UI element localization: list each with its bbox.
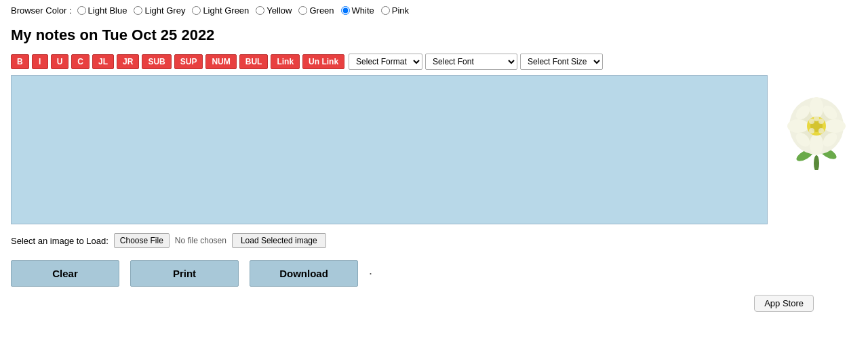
toolbar: BIUCJLJRSUBSUPNUMBULLinkUn Link Select F…	[0, 51, 868, 75]
flower-image-container	[776, 75, 857, 170]
toolbar-select-font-size[interactable]: Select Font Size810121416182436	[520, 54, 603, 70]
color-radio-white[interactable]	[341, 6, 350, 15]
svg-point-19	[818, 128, 824, 134]
clear-button[interactable]: Clear	[11, 260, 119, 287]
color-option-yellow[interactable]: Yellow	[256, 5, 292, 16]
appstore-area: App Store	[0, 295, 868, 317]
toolbar-btn-justify-left[interactable]: JL	[92, 54, 114, 69]
toolbar-btn-superscript[interactable]: SUP	[174, 54, 203, 69]
flower-icon	[779, 89, 854, 170]
color-label-green: Green	[309, 5, 334, 16]
svg-point-15	[809, 119, 814, 124]
svg-point-8	[824, 119, 846, 133]
color-radio-light-grey[interactable]	[134, 6, 142, 15]
color-radio-green[interactable]	[298, 6, 307, 15]
toolbar-select-font[interactable]: Select FontArialTimes New RomanCourier	[425, 54, 517, 70]
dot-separator: ·	[369, 266, 372, 281]
browser-color-bar: Browser Color : Light BlueLight GreyLigh…	[0, 0, 868, 21]
color-option-light-blue[interactable]: Light Blue	[77, 5, 127, 16]
svg-point-18	[809, 128, 814, 134]
color-option-green[interactable]: Green	[298, 5, 334, 16]
image-select-row: Select an image to Load: Choose File No …	[0, 226, 868, 252]
color-option-pink[interactable]: Pink	[381, 5, 409, 16]
choose-file-button[interactable]: Choose File	[114, 233, 170, 248]
svg-point-16	[818, 119, 824, 124]
color-radio-light-blue[interactable]	[77, 6, 86, 15]
color-option-light-grey[interactable]: Light Grey	[134, 5, 185, 16]
color-label-light-grey: Light Grey	[144, 5, 185, 16]
svg-point-0	[814, 155, 819, 170]
svg-point-6	[810, 134, 823, 155]
image-select-label: Select an image to Load:	[11, 236, 108, 246]
no-file-text: No file chosen	[175, 236, 226, 245]
color-label-pink: Pink	[392, 5, 409, 16]
app-store-button[interactable]: App Store	[754, 295, 814, 312]
toolbar-select-format[interactable]: Select FormatHeading 1Heading 2Paragraph	[349, 54, 422, 70]
toolbar-btn-numbered[interactable]: NUM	[205, 54, 236, 69]
action-buttons: Clear Print Download ·	[0, 252, 868, 295]
color-label-light-blue: Light Blue	[88, 5, 127, 16]
color-option-light-green[interactable]: Light Green	[192, 5, 249, 16]
toolbar-btn-unlink[interactable]: Un Link	[302, 54, 344, 69]
toolbar-btn-subscript[interactable]: SUB	[142, 54, 171, 69]
load-image-button[interactable]: Load Selected image	[232, 233, 326, 248]
toolbar-btn-center[interactable]: C	[71, 54, 90, 69]
notes-editor[interactable]	[11, 75, 768, 224]
page-title: My notes on Tue Oct 25 2022	[0, 21, 868, 51]
color-option-white[interactable]: White	[341, 5, 374, 16]
svg-point-5	[810, 97, 823, 119]
color-label-yellow: Yellow	[267, 5, 292, 16]
color-label-light-green: Light Green	[203, 5, 249, 16]
svg-point-17	[814, 116, 819, 121]
content-area	[0, 75, 868, 226]
color-radio-pink[interactable]	[381, 6, 390, 15]
color-radio-light-green[interactable]	[192, 6, 201, 15]
svg-point-7	[787, 119, 809, 133]
toolbar-btn-bold[interactable]: B	[11, 54, 29, 69]
color-label-white: White	[352, 5, 374, 16]
toolbar-btn-italic[interactable]: I	[32, 54, 48, 69]
toolbar-btn-link[interactable]: Link	[271, 54, 300, 69]
browser-color-label: Browser Color :	[11, 5, 72, 16]
color-radio-yellow[interactable]	[256, 6, 264, 15]
notes-area	[11, 75, 768, 226]
print-button[interactable]: Print	[130, 260, 239, 287]
download-button[interactable]: Download	[250, 260, 358, 287]
toolbar-btn-justify-right[interactable]: JR	[117, 54, 139, 69]
toolbar-btn-bulleted[interactable]: BUL	[239, 54, 269, 69]
toolbar-btn-underline[interactable]: U	[51, 54, 69, 69]
